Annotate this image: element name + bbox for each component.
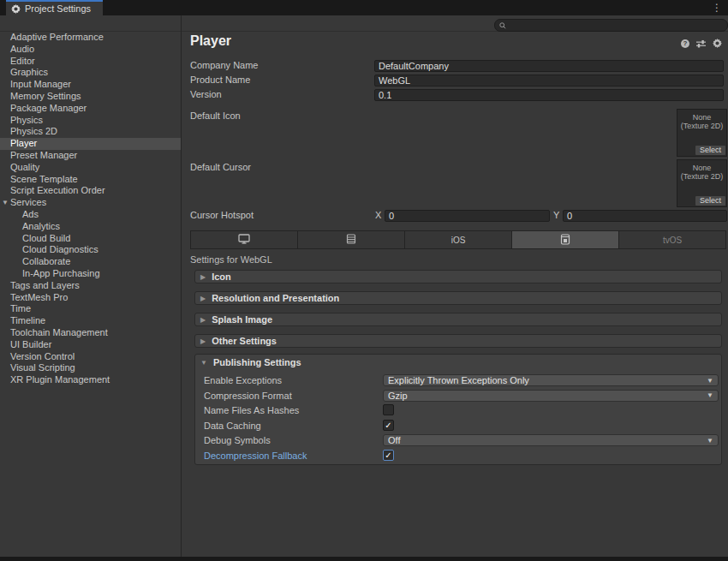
default-icon-label: Default Icon bbox=[190, 110, 241, 122]
foldout-closed-icon: ▶ bbox=[200, 295, 206, 302]
publishing-settings-header[interactable]: ▼ Publishing Settings bbox=[200, 357, 301, 367]
sidebar-item-scene-template[interactable]: Scene Template bbox=[0, 174, 181, 186]
enable-exceptions-label: Enable Exceptions bbox=[204, 374, 282, 386]
sidebar-item-player[interactable]: Player bbox=[0, 138, 181, 150]
default-icon-texture-field[interactable]: None (Texture 2D) Select bbox=[677, 109, 727, 157]
sidebar-item-time[interactable]: Time bbox=[0, 303, 181, 315]
sidebar-item-script-execution-order[interactable]: Script Execution Order bbox=[0, 185, 181, 197]
publishing-settings-label: Publishing Settings bbox=[213, 357, 301, 367]
texture-none-label: None bbox=[677, 164, 726, 172]
foldout-closed-icon: ▶ bbox=[200, 337, 206, 345]
decompression-fallback-checkbox[interactable]: ✓ bbox=[383, 450, 394, 461]
sidebar-item-label: Quality bbox=[10, 162, 39, 172]
select-button[interactable]: Select bbox=[695, 146, 725, 155]
sidebar-item-in-app-purchasing[interactable]: In-App Purchasing bbox=[0, 268, 181, 280]
foldout-closed-icon: ▶ bbox=[200, 316, 206, 324]
sidebar-item-label: Script Execution Order bbox=[10, 185, 105, 195]
sidebar-item-label: Physics bbox=[10, 115, 43, 125]
sidebar-item-visual-scripting[interactable]: Visual Scripting bbox=[0, 362, 181, 374]
enable-exceptions-dropdown[interactable]: Explicitly Thrown Exceptions Only▼ bbox=[383, 374, 719, 386]
gear-icon[interactable] bbox=[713, 39, 722, 48]
sidebar-item-memory-settings[interactable]: Memory Settings bbox=[0, 91, 181, 103]
section-header-icon[interactable]: ▶Icon bbox=[194, 270, 722, 283]
section-label: Splash Image bbox=[212, 314, 272, 325]
sidebar-item-tags-and-layers[interactable]: Tags and Layers bbox=[0, 280, 181, 292]
sidebar-item-collaborate[interactable]: Collaborate bbox=[0, 256, 181, 268]
dropdown-value: Explicitly Thrown Exceptions Only bbox=[388, 375, 529, 385]
monitor-icon bbox=[238, 234, 250, 246]
presets-icon[interactable] bbox=[696, 39, 706, 48]
data-caching-checkbox[interactable]: ✓ bbox=[383, 420, 394, 431]
platform-tab-dedicated-server[interactable] bbox=[298, 231, 405, 248]
sidebar-item-timeline[interactable]: Timeline bbox=[0, 315, 181, 327]
company-name-field[interactable]: DefaultCompany bbox=[374, 60, 724, 72]
sidebar-item-label: Graphics bbox=[10, 67, 48, 77]
search-input[interactable] bbox=[494, 19, 728, 32]
sidebar-item-toolchain-management[interactable]: Toolchain Management bbox=[0, 327, 181, 339]
sidebar-item-label: Player bbox=[10, 138, 37, 148]
platform-tab-standalone[interactable] bbox=[191, 231, 298, 248]
sidebar-item-input-manager[interactable]: Input Manager bbox=[0, 79, 181, 91]
select-button[interactable]: Select bbox=[695, 196, 725, 206]
gear-icon bbox=[11, 4, 21, 14]
sidebar-item-graphics[interactable]: Graphics bbox=[0, 67, 181, 79]
chevron-down-icon: ▼ bbox=[707, 437, 713, 445]
tab-project-settings[interactable]: Project Settings bbox=[6, 0, 103, 15]
default-cursor-texture-field[interactable]: None (Texture 2D) Select bbox=[677, 159, 727, 207]
sidebar-item-package-manager[interactable]: Package Manager bbox=[0, 103, 181, 115]
sidebar-item-label: Package Manager bbox=[10, 103, 87, 113]
sidebar-item-cloud-build[interactable]: Cloud Build bbox=[0, 233, 181, 245]
sidebar-item-label: Adaptive Performance bbox=[10, 32, 104, 42]
sidebar-item-label: Analytics bbox=[22, 221, 60, 231]
compression-format-dropdown[interactable]: Gzip▼ bbox=[383, 390, 719, 402]
kebab-menu-icon[interactable]: ⋮ bbox=[712, 1, 722, 15]
name-files-as-hashes-checkbox[interactable] bbox=[383, 404, 394, 415]
sidebar-item-textmesh-pro[interactable]: TextMesh Pro bbox=[0, 292, 181, 304]
project-settings-window: Project Settings ⋮ Adaptive PerformanceA… bbox=[0, 0, 728, 561]
product-name-field[interactable]: WebGL bbox=[374, 75, 724, 87]
sidebar-item-label: Ads bbox=[22, 209, 39, 219]
section-header-resolution-and-presentation[interactable]: ▶Resolution and Presentation bbox=[194, 291, 722, 305]
sidebar-item-quality[interactable]: Quality bbox=[0, 162, 181, 174]
version-field[interactable]: 0.1 bbox=[374, 89, 724, 101]
sidebar-item-adaptive-performance[interactable]: Adaptive Performance bbox=[0, 32, 181, 44]
title-bar: Project Settings ⋮ bbox=[0, 0, 728, 15]
server-icon bbox=[346, 234, 356, 246]
sidebar-item-label: Timeline bbox=[10, 315, 45, 325]
sidebar-item-cloud-diagnostics[interactable]: Cloud Diagnostics bbox=[0, 244, 181, 256]
sidebar-item-physics-2d[interactable]: Physics 2D bbox=[0, 126, 181, 138]
section-label: Resolution and Presentation bbox=[212, 293, 339, 303]
section-label: Other Settings bbox=[212, 336, 277, 346]
sidebar-item-xr-plugin-management[interactable]: XR Plugin Management bbox=[0, 374, 181, 386]
hotspot-x-field[interactable]: 0 bbox=[385, 210, 550, 222]
sidebar-item-label: Version Control bbox=[10, 351, 75, 361]
sidebar-item-editor[interactable]: Editor bbox=[0, 56, 181, 68]
sidebar-item-label: Editor bbox=[10, 56, 35, 66]
sidebar-item-audio[interactable]: Audio bbox=[0, 44, 181, 56]
decompression-fallback-label: Decompression Fallback bbox=[204, 450, 307, 462]
sidebar-item-preset-manager[interactable]: Preset Manager bbox=[0, 150, 181, 162]
hotspot-y-field[interactable]: 0 bbox=[563, 210, 727, 222]
sidebar-item-ads[interactable]: Ads bbox=[0, 209, 181, 221]
sidebar-item-label: Collaborate bbox=[22, 256, 70, 266]
compression-format-label: Compression Format bbox=[204, 390, 292, 402]
sidebar-item-label: UI Builder bbox=[10, 339, 51, 349]
sidebar-item-physics[interactable]: Physics bbox=[0, 115, 181, 127]
section-header-splash-image[interactable]: ▶Splash Image bbox=[194, 313, 722, 326]
sidebar-item-version-control[interactable]: Version Control bbox=[0, 351, 181, 363]
platform-tab-ios[interactable]: iOS bbox=[405, 231, 512, 248]
sidebar-item-label: Cloud Build bbox=[22, 233, 70, 243]
help-icon[interactable]: ? bbox=[681, 39, 689, 48]
chevron-down-icon: ▼ bbox=[707, 391, 713, 399]
sidebar-item-services[interactable]: ▼Services bbox=[0, 197, 181, 209]
sidebar-item-ui-builder[interactable]: UI Builder bbox=[0, 339, 181, 351]
foldout-closed-icon: ▶ bbox=[200, 273, 206, 281]
settings-category-list: Adaptive PerformanceAudioEditorGraphicsI… bbox=[0, 32, 181, 557]
platform-tab-webgl[interactable] bbox=[512, 231, 619, 248]
debug-symbols-dropdown[interactable]: Off▼ bbox=[383, 434, 719, 446]
sidebar-item-analytics[interactable]: Analytics bbox=[0, 221, 181, 233]
platform-tab-tvos[interactable]: tvOS bbox=[619, 231, 725, 248]
sidebar-item-label: Input Manager bbox=[10, 79, 71, 89]
foldout-open-icon[interactable]: ▼ bbox=[2, 197, 10, 209]
section-header-other-settings[interactable]: ▶Other Settings bbox=[194, 334, 722, 348]
